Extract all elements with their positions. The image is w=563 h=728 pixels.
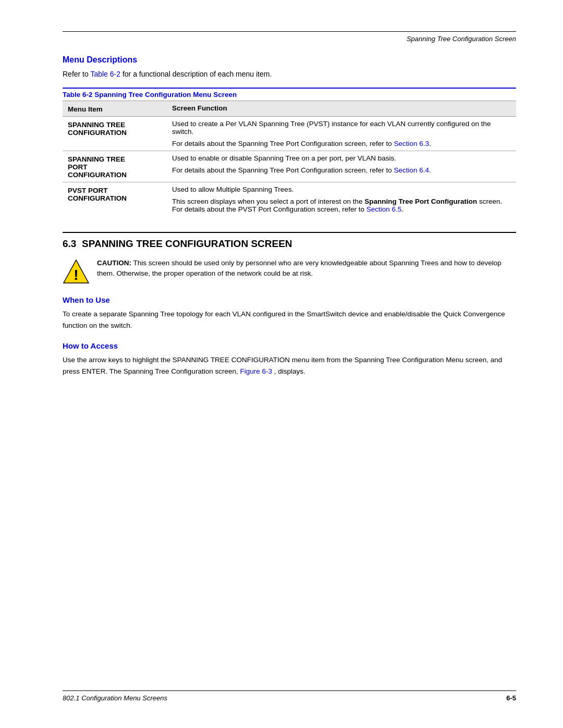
figure-63-link[interactable]: Figure 6-3 — [240, 367, 272, 375]
menu-table: Menu Item Screen Function SPANNING TREEC… — [63, 101, 516, 216]
menu-descriptions-heading: Menu Descriptions — [63, 55, 516, 65]
table-row: SPANNING TREECONFIGURATION Used to creat… — [63, 117, 516, 151]
page: Spanning Tree Configuration Screen Menu … — [0, 0, 563, 728]
caution-box: ! CAUTION: This screen should be used on… — [63, 258, 516, 285]
section-number: 6.3 — [63, 238, 76, 249]
menu-item-3: PVST PORTCONFIGURATION — [63, 182, 167, 217]
col1-header: Menu Item — [63, 101, 167, 117]
svg-text:!: ! — [74, 267, 78, 283]
how-to-access-after-link: , displays. — [274, 367, 305, 375]
table-row: SPANNING TREEPORTCONFIGURATION Used to e… — [63, 151, 516, 182]
menu-item-2: SPANNING TREEPORTCONFIGURATION — [63, 151, 167, 182]
screen-function-2: Used to enable or disable Spanning Tree … — [167, 151, 516, 182]
header-rule — [63, 31, 516, 32]
table-wrapper: Table 6-2 Spanning Tree Configuration Me… — [63, 88, 516, 233]
table-row: PVST PORTCONFIGURATION Used to allow Mul… — [63, 182, 516, 217]
how-to-access-text: Use the arrow keys to highlight the SPAN… — [63, 354, 516, 377]
section-63-heading: 6.3 SPANNING TREE CONFIGURATION SCREEN — [63, 238, 516, 250]
menu-item-1: SPANNING TREECONFIGURATION — [63, 117, 167, 151]
when-to-use-text: To create a separate Spanning Tree topol… — [63, 309, 516, 331]
when-to-use-heading: When to Use — [63, 295, 516, 304]
screen-function-1: Used to create a Per VLAN Spanning Tree … — [167, 117, 516, 151]
section-title: SPANNING TREE CONFIGURATION SCREEN — [82, 238, 292, 249]
section-64-link[interactable]: Section 6.4 — [394, 166, 430, 174]
footer: 802.1 Configuration Menu Screens 6-5 — [63, 690, 516, 702]
footer-right: 6-5 — [506, 694, 516, 702]
caution-icon: ! — [63, 258, 90, 285]
screen-function-3: Used to allow Multiple Spanning Trees. T… — [167, 182, 516, 217]
caution-text: CAUTION: This screen should be used only… — [97, 258, 516, 279]
how-to-access-heading: How to Access — [63, 341, 516, 350]
intro-text: Refer to Table 6-2 for a functional desc… — [63, 70, 516, 78]
table-title: Table 6-2 Spanning Tree Configuration Me… — [63, 88, 516, 101]
col2-header: Screen Function — [167, 101, 516, 117]
table-link[interactable]: Table 6-2 — [90, 70, 120, 78]
section-63-link[interactable]: Section 6.3 — [394, 140, 430, 147]
header-title: Spanning Tree Configuration Screen — [63, 35, 516, 43]
caution-body: This screen should be used only by perso… — [97, 259, 501, 277]
section-65-link[interactable]: Section 6.5 — [366, 205, 402, 213]
caution-label: CAUTION: — [97, 259, 131, 267]
footer-left: 802.1 Configuration Menu Screens — [63, 694, 167, 702]
